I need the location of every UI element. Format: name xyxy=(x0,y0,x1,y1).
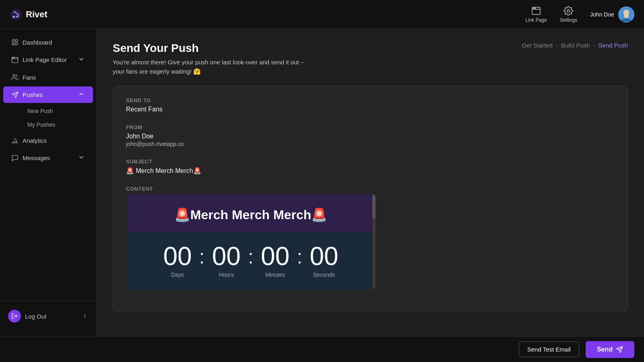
push-details-card: Send To Recent Fans From John Doe john@p… xyxy=(113,86,628,312)
page-title-section: Send Your Push You're almost there! Give… xyxy=(113,42,305,76)
minutes-value: 00 xyxy=(261,243,289,269)
bottom-bar: Send Test Email Send xyxy=(0,336,644,362)
countdown-minutes: 00 Minutes xyxy=(255,243,295,278)
user-name: John Doe xyxy=(590,11,614,18)
breadcrumb: Get Started › Build Push › Send Push xyxy=(522,42,628,49)
scroll-indicator[interactable] xyxy=(372,194,376,289)
sidebar-bottom: Log Out xyxy=(0,300,96,331)
subject-value: 🚨 Merch Merch Merch🚨 xyxy=(126,167,615,175)
breadcrumb-step-1: Get Started xyxy=(522,42,553,49)
users-icon xyxy=(11,74,19,81)
svg-rect-11 xyxy=(16,39,18,41)
sidebar-item-analytics-label: Analytics xyxy=(23,137,47,144)
send-test-email-button[interactable]: Send Test Email xyxy=(519,341,579,357)
sidebar-item-fans[interactable]: Fans xyxy=(3,70,93,85)
hours-label: Hours xyxy=(219,272,234,278)
content-label: Content xyxy=(126,186,615,192)
logout-label: Log Out xyxy=(25,313,46,320)
breadcrumb-separator-1: › xyxy=(556,42,558,49)
sidebar-item-fans-label: Fans xyxy=(23,74,36,81)
link-page-nav-item[interactable]: Link Page xyxy=(525,6,547,23)
sidebar-item-analytics[interactable]: Analytics xyxy=(3,133,93,148)
pushes-submenu: New Push My Pushes xyxy=(0,104,96,132)
scroll-thumb xyxy=(372,194,376,218)
chevron-down-icon xyxy=(78,56,85,64)
content-preview: 🚨Merch Merch Merch🚨 00 Days : 00 H xyxy=(126,194,376,289)
logo-icon xyxy=(10,8,23,21)
subject-section: Subject 🚨 Merch Merch Merch🚨 xyxy=(126,158,615,175)
sidebar-item-messages[interactable]: Messages xyxy=(3,150,93,166)
countdown-separator-3: : xyxy=(297,246,302,276)
preview-title: 🚨Merch Merch Merch🚨 xyxy=(174,207,328,222)
countdown-seconds: 00 Seconds xyxy=(304,243,344,278)
grid-icon xyxy=(11,39,19,46)
message-icon xyxy=(11,154,19,162)
user-profile[interactable]: John Doe xyxy=(590,6,634,23)
chevron-up-icon xyxy=(78,90,85,99)
minutes-label: Minutes xyxy=(265,272,285,278)
page-subtitle: You're almost there! Give your push one … xyxy=(113,58,305,76)
nav-right: Link Page Settings John Doe xyxy=(525,6,634,23)
days-value: 00 xyxy=(163,243,192,269)
svg-point-6 xyxy=(567,10,570,12)
app-name: Rivet xyxy=(26,9,47,20)
gear-icon xyxy=(564,6,573,16)
countdown-days: 00 Days xyxy=(157,243,198,278)
days-label: Days xyxy=(171,272,184,278)
top-nav: Rivet Link Page Settings John Doe xyxy=(0,0,644,29)
send-to-section: Send To Recent Fans xyxy=(126,97,615,113)
from-label: From xyxy=(126,124,615,130)
send-to-label: Send To xyxy=(126,97,615,103)
main-layout: Dashboard Link Page Editor Fans xyxy=(0,29,644,336)
from-name: John Doe xyxy=(126,133,615,140)
svg-point-5 xyxy=(535,8,536,8)
link-page-icon xyxy=(531,6,541,16)
browser-icon xyxy=(11,56,19,64)
subject-label: Subject xyxy=(126,158,615,165)
sidebar-item-link-page-label: Link Page Editor xyxy=(23,56,67,63)
seconds-value: 00 xyxy=(310,243,338,269)
breadcrumb-step-2: Build Push xyxy=(561,42,590,49)
svg-rect-13 xyxy=(16,43,18,45)
sidebar-item-pushes-label: Pushes xyxy=(23,91,43,98)
sidebar: Dashboard Link Page Editor Fans xyxy=(0,29,97,336)
send-icon xyxy=(616,346,623,353)
hours-value: 00 xyxy=(212,243,241,269)
settings-nav-item[interactable]: Settings xyxy=(560,6,577,23)
sidebar-item-link-page-editor[interactable]: Link Page Editor xyxy=(3,51,93,68)
svg-point-4 xyxy=(533,8,534,8)
content-section: Content 🚨Merch Merch Merch🚨 00 Days : xyxy=(126,186,615,289)
sidebar-item-pushes[interactable]: Pushes xyxy=(3,86,93,103)
from-email: john@push.rivetapp.co xyxy=(126,141,615,147)
main-content: Send Your Push You're almost there! Give… xyxy=(97,29,644,336)
breadcrumb-separator-2: › xyxy=(593,42,595,49)
chevron-down-icon-messages xyxy=(78,154,85,162)
sidebar-item-new-push[interactable]: New Push xyxy=(23,105,93,117)
send-to-value: Recent Fans xyxy=(126,106,615,113)
sidebar-item-dashboard-label: Dashboard xyxy=(23,39,52,46)
avatar-image xyxy=(618,6,634,23)
svg-point-16 xyxy=(13,58,13,58)
countdown-timer: 00 Days : 00 Hours : 00 Minutes xyxy=(126,232,376,289)
svg-point-1 xyxy=(12,16,15,18)
sidebar-item-messages-label: Messages xyxy=(23,154,50,161)
seconds-label: Seconds xyxy=(313,272,335,278)
svg-rect-9 xyxy=(624,14,629,18)
sidebar-item-dashboard[interactable]: Dashboard xyxy=(3,35,93,50)
countdown-hours: 00 Hours xyxy=(206,243,246,278)
svg-point-17 xyxy=(14,58,14,58)
svg-rect-12 xyxy=(12,43,14,45)
send-button[interactable]: Send xyxy=(586,341,634,358)
avatar xyxy=(618,6,634,23)
page-header: Send Your Push You're almost there! Give… xyxy=(113,42,628,76)
from-section: From John Doe john@push.rivetapp.co xyxy=(126,124,615,147)
svg-point-18 xyxy=(13,74,15,77)
svg-rect-10 xyxy=(12,39,14,41)
app-logo[interactable]: Rivet xyxy=(10,8,47,21)
svg-point-0 xyxy=(10,9,22,20)
preview-header: 🚨Merch Merch Merch🚨 xyxy=(126,194,376,232)
sidebar-item-my-pushes[interactable]: My Pushes xyxy=(23,118,93,131)
logout-button[interactable]: Log Out xyxy=(3,306,93,327)
page-title: Send Your Push xyxy=(113,42,305,55)
push-icon xyxy=(11,91,19,99)
